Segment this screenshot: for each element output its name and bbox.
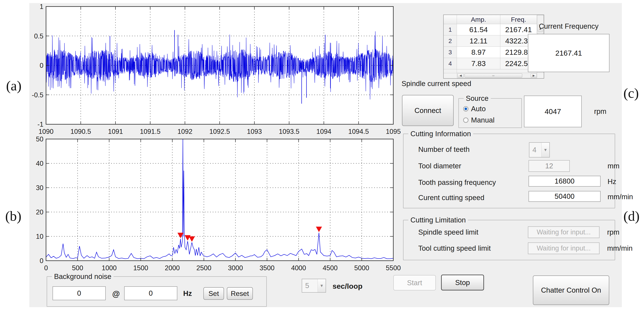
cutting-limitation-groupbox: Cutting Limitation Spindle speed limit W…	[403, 220, 615, 260]
start-button[interactable]: Start	[393, 275, 436, 290]
cutting-information-legend: Cutting Information	[408, 130, 473, 138]
tool-diameter-value: 12	[545, 162, 553, 170]
figure-label-c: (c)	[624, 85, 639, 101]
reset-button-label: Reset	[231, 289, 249, 298]
figure-label-a: (a)	[6, 78, 22, 94]
table-horizontal-scrollbar[interactable]: ◀═▶	[457, 73, 537, 78]
number-of-teeth-label: Number of teeth	[418, 145, 470, 154]
svg-text:2000: 2000	[165, 264, 180, 272]
chevron-down-icon: ▾	[541, 143, 549, 157]
svg-text:0: 0	[40, 62, 44, 69]
svg-text:5500: 5500	[386, 264, 401, 272]
svg-text:5000: 5000	[354, 264, 369, 272]
loop-seconds-dropdown[interactable]: 5 ▾	[302, 279, 326, 293]
tool-diameter-label: Tool diameter	[418, 162, 461, 170]
table-row-number: 2	[444, 36, 457, 47]
spindle-speed-limit-placeholder: Waiting for input...	[537, 228, 591, 236]
source-manual-radio[interactable]	[463, 118, 468, 123]
table-corner-cell	[444, 15, 457, 24]
current-frequency-number: 2167.41	[556, 49, 582, 57]
spindle-speed-limit-field[interactable]: Waiting for input...	[528, 226, 600, 238]
time-domain-plot: 10901090.510911091.510921092.510931093.5…	[26, 1, 403, 138]
number-of-teeth-dropdown[interactable]: 4 ▾	[529, 142, 550, 158]
tooth-passing-frequency-value: 16800	[554, 177, 574, 185]
svg-text:1: 1	[40, 3, 44, 11]
svg-text:3000: 3000	[228, 264, 243, 272]
source-legend: Source	[464, 94, 491, 103]
tooth-passing-frequency-field[interactable]: 16800	[528, 176, 600, 187]
reset-button[interactable]: Reset	[227, 287, 253, 300]
svg-text:1000: 1000	[102, 264, 116, 272]
table-row-number	[444, 69, 457, 73]
start-button-label: Start	[407, 279, 422, 287]
tool-cutting-speed-limit-placeholder: Waiting for input...	[537, 244, 591, 252]
tool-diameter-field[interactable]: 12	[528, 160, 570, 172]
figure-label-b: (b)	[5, 208, 22, 224]
scroll-thumb[interactable]: ═	[464, 73, 522, 78]
source-manual-label: Manual	[471, 116, 494, 124]
spindle-speed-value: 4047	[524, 96, 582, 127]
current-cutting-speed-value: 50400	[554, 192, 574, 200]
svg-text:1500: 1500	[133, 264, 148, 272]
svg-text:10: 10	[36, 233, 44, 240]
noise-amplitude-value: 0	[77, 289, 81, 297]
table-cell-amp[interactable]: 8.97	[457, 47, 500, 58]
tool-diameter-unit: mm	[608, 162, 620, 170]
table-cell-amp[interactable]: 12.11	[457, 36, 500, 47]
tooth-passing-frequency-unit: Hz	[608, 177, 616, 186]
svg-text:50: 50	[36, 135, 44, 143]
spectrum-plot: 0500100015002000250030003500400045005000…	[26, 133, 403, 279]
noise-frequency-unit: Hz	[183, 289, 192, 298]
table-cell-amp[interactable]: 61.54	[457, 24, 500, 36]
source-auto-label: Auto	[471, 105, 486, 113]
current-cutting-speed-label: Curent cutting speed	[418, 194, 484, 202]
svg-text:3500: 3500	[260, 264, 274, 272]
tool-cutting-speed-limit-field[interactable]: Waiting for input...	[528, 242, 600, 254]
set-button-label: Set	[208, 289, 219, 298]
current-frequency-label: Current Frequency	[525, 22, 612, 31]
svg-text:40: 40	[36, 160, 44, 167]
current-cutting-speed-field[interactable]: 50400	[528, 191, 600, 202]
number-of-teeth-value: 4	[530, 143, 541, 157]
app-window: (a) (b) (c) (d) 10901090.510911091.51092…	[0, 0, 644, 315]
table-header-amp: Amp.	[457, 15, 500, 24]
svg-text:2500: 2500	[196, 264, 212, 272]
source-groupbox: Source Auto Manual	[458, 98, 522, 128]
table-cell-amp[interactable]: 7.83	[457, 58, 500, 69]
tooth-passing-frequency-label: Tooth passing frequency	[418, 178, 496, 187]
scroll-right-icon[interactable]: ▶	[531, 73, 537, 78]
current-frequency-value: 2167.41	[528, 34, 610, 72]
scroll-left-icon[interactable]: ◀	[458, 73, 464, 78]
cutting-information-groupbox: Cutting Information Number of teeth 4 ▾ …	[403, 134, 615, 208]
svg-text:0: 0	[40, 257, 44, 265]
background-noise-legend: Background noise	[52, 272, 114, 281]
spindle-speed-label: Spindle current speed	[402, 80, 471, 88]
background-noise-groupbox: Background noise 0 @ 0 Hz Set Reset	[47, 276, 267, 307]
chatter-control-button-label: Chatter Control On	[541, 286, 601, 294]
noise-amplitude-field[interactable]: 0	[52, 286, 106, 300]
svg-text:4000: 4000	[291, 264, 306, 272]
loop-seconds-value: 5	[302, 279, 318, 292]
chevron-down-icon: ▾	[318, 279, 326, 292]
stop-button-label: Stop	[455, 278, 470, 287]
stop-button[interactable]: Stop	[441, 275, 484, 290]
chatter-control-button[interactable]: Chatter Control On	[533, 275, 609, 305]
svg-text:20: 20	[36, 208, 44, 216]
svg-text:500: 500	[72, 264, 83, 272]
tool-cutting-speed-limit-unit: mm/min	[607, 244, 632, 252]
loop-seconds-unit: sec/loop	[332, 282, 362, 290]
gui-panel: 10901090.510911091.510921092.510931093.5…	[29, 3, 622, 307]
svg-text:-0.5: -0.5	[32, 91, 44, 99]
cutting-limitation-legend: Cutting Limitation	[408, 216, 468, 224]
set-button[interactable]: Set	[204, 287, 224, 300]
spindle-speed-unit: rpm	[594, 107, 606, 116]
table-row-number: 3	[444, 47, 457, 58]
connect-button-label: Connect	[414, 106, 441, 115]
source-auto-radio[interactable]	[463, 106, 468, 111]
noise-frequency-field[interactable]: 0	[124, 286, 177, 300]
table-row-number: 4	[444, 58, 457, 69]
at-symbol: @	[112, 289, 120, 298]
table-row-number: 1	[444, 24, 457, 36]
connect-button[interactable]: Connect	[402, 95, 454, 126]
figure-label-d: (d)	[624, 208, 640, 224]
